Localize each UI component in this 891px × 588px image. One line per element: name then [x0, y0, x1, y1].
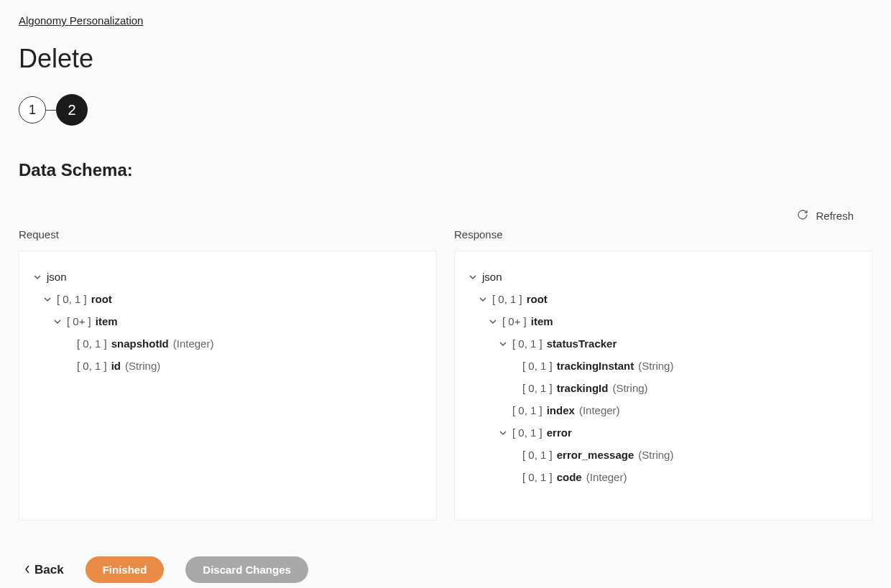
field-type: (String): [612, 381, 647, 396]
chevron-left-icon: [24, 563, 30, 577]
field-type: (String): [638, 447, 673, 462]
breadcrumb-link[interactable]: Algonomy Personalization: [19, 14, 143, 27]
chevron-down-icon[interactable]: [52, 317, 63, 327]
step-2[interactable]: 2: [56, 94, 88, 126]
field-name: root: [527, 291, 548, 307]
step-connector: [46, 110, 56, 111]
discard-button[interactable]: Discard Changes: [185, 556, 308, 583]
request-label: Request: [19, 228, 437, 241]
field-name: trackingInstant: [557, 358, 634, 373]
field-name: root: [91, 291, 112, 307]
field-type: (Integer): [173, 336, 214, 351]
field-name: error_message: [557, 447, 634, 462]
refresh-icon: [797, 209, 808, 223]
tree-row-field[interactable]: [ 0, 1 ] trackingId (String): [468, 377, 859, 399]
tree-row-item[interactable]: [ 0+ ] item: [32, 310, 423, 332]
back-label: Back: [34, 563, 64, 577]
tree-row-field[interactable]: [ 0, 1 ] code (Integer): [468, 466, 859, 488]
cardinality: [ 0, 1 ]: [77, 358, 107, 373]
tree-row-error[interactable]: [ 0, 1 ] error: [468, 421, 859, 444]
tree-node-label: json: [47, 269, 67, 284]
cardinality: [ 0+ ]: [67, 314, 91, 329]
field-name: index: [547, 403, 575, 418]
cardinality: [ 0, 1 ]: [522, 358, 553, 373]
refresh-button[interactable]: Refresh: [797, 209, 854, 223]
page-title: Delete: [19, 44, 872, 74]
chevron-down-icon[interactable]: [42, 294, 52, 304]
response-schema-box: json [ 0, 1 ] root [ 0+ ] item: [454, 251, 872, 521]
cardinality: [ 0, 1 ]: [512, 336, 543, 351]
chevron-down-icon[interactable]: [468, 272, 478, 282]
tree-row-field[interactable]: [ 0, 1 ] error_message (String): [468, 444, 859, 466]
field-name: item: [96, 314, 118, 329]
step-1[interactable]: 1: [19, 96, 46, 123]
request-column: Request json [ 0, 1 ] root [ 0+ ]: [19, 228, 437, 521]
cardinality: [ 0, 1 ]: [522, 447, 553, 462]
refresh-label: Refresh: [816, 210, 854, 222]
footer-actions: Back Finished Discard Changes: [19, 556, 872, 583]
tree-row-statusTracker[interactable]: [ 0, 1 ] statusTracker: [468, 332, 859, 355]
chevron-down-icon[interactable]: [32, 272, 42, 282]
field-type: (Integer): [586, 470, 627, 485]
field-name: item: [531, 314, 553, 329]
chevron-down-icon[interactable]: [488, 317, 498, 327]
tree-row-json[interactable]: json: [32, 266, 423, 288]
cardinality: [ 0, 1 ]: [522, 470, 553, 485]
chevron-down-icon[interactable]: [498, 339, 508, 349]
tree-row-root[interactable]: [ 0, 1 ] root: [32, 288, 423, 310]
tree-node-label: json: [482, 269, 502, 284]
stepper: 1 2: [19, 94, 872, 126]
cardinality: [ 0, 1 ]: [57, 291, 87, 307]
field-name: id: [111, 358, 121, 373]
field-name: code: [557, 470, 582, 485]
tree-row-item[interactable]: [ 0+ ] item: [468, 310, 859, 332]
cardinality: [ 0, 1 ]: [522, 381, 553, 396]
cardinality: [ 0, 1 ]: [512, 403, 543, 418]
tree-row-field[interactable]: [ 0, 1 ] snapshotId (Integer): [32, 332, 423, 355]
field-type: (String): [125, 358, 160, 373]
chevron-down-icon[interactable]: [498, 428, 508, 438]
cardinality: [ 0+ ]: [502, 314, 527, 329]
field-type: (Integer): [579, 403, 620, 418]
field-name: error: [547, 425, 572, 440]
field-name: statusTracker: [547, 336, 617, 351]
finished-button[interactable]: Finished: [86, 556, 165, 583]
tree-row-root[interactable]: [ 0, 1 ] root: [468, 288, 859, 310]
section-title: Data Schema:: [19, 160, 872, 180]
field-type: (String): [638, 358, 673, 373]
response-column: Response json [ 0, 1 ] root [ 0+ ]: [454, 228, 872, 521]
tree-row-field[interactable]: [ 0, 1 ] trackingInstant (String): [468, 355, 859, 377]
tree-row-json[interactable]: json: [468, 266, 859, 288]
cardinality: [ 0, 1 ]: [492, 291, 522, 307]
field-name: trackingId: [557, 381, 609, 396]
tree-row-field[interactable]: [ 0, 1 ] id (String): [32, 355, 423, 377]
request-schema-box: json [ 0, 1 ] root [ 0+ ] item [ 0, 1 ]: [19, 251, 437, 521]
cardinality: [ 0, 1 ]: [77, 336, 107, 351]
field-name: snapshotId: [111, 336, 169, 351]
back-button[interactable]: Back: [24, 563, 64, 577]
chevron-down-icon[interactable]: [478, 294, 488, 304]
cardinality: [ 0, 1 ]: [512, 425, 543, 440]
response-label: Response: [454, 228, 872, 241]
tree-row-field[interactable]: [ 0, 1 ] index (Integer): [468, 399, 859, 421]
